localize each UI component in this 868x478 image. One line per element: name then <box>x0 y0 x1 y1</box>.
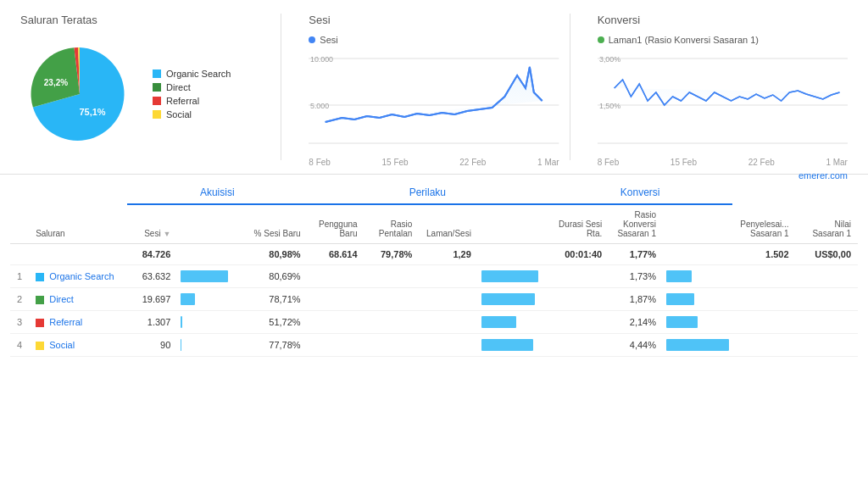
sesi-chart: 10.000 5.000 8 Feb 15 Feb 22 Feb 1 Mar <box>309 50 559 160</box>
row3-laman-bar-fill <box>481 316 516 328</box>
group-konversi-header: Konversi <box>548 185 732 204</box>
konversi-dot <box>598 36 604 43</box>
summary-rasio-konv: 1,77% <box>609 244 663 265</box>
row3-konv-bar <box>663 311 732 334</box>
row3-rasio-konv: 2,14% <box>609 311 663 334</box>
svg-text:5.000: 5.000 <box>310 102 329 110</box>
table-row: 3 Referral 1.307 51,72% 2,14% <box>10 311 858 334</box>
row4-link[interactable]: Social <box>49 340 75 350</box>
pie-chart: 75,1% 23,2% <box>20 35 139 153</box>
konversi-dot-label: Laman1 (Rasio Konversi Sasaran 1) <box>598 35 848 45</box>
row3-konv-bar-fill <box>666 316 698 328</box>
row2-laman-bar-fill <box>481 293 535 305</box>
row1-laman <box>419 265 478 288</box>
legend-social-label: Social <box>166 109 192 119</box>
row2-rank: 2 <box>10 288 29 311</box>
table-row: 1 Organic Search 63.632 80,69% 1,73% <box>10 265 858 288</box>
row4-laman-bar-fill <box>481 339 533 351</box>
th-rasio-konv: RasioKonversiSasaran 1 <box>609 204 663 244</box>
row4-konv-bar-fill <box>666 339 729 351</box>
group-perilaku-header: Perilaku <box>308 185 548 204</box>
row4-sesi-bar-fill <box>181 339 181 351</box>
konversi-chart: 3,00% 1,50% 8 Feb 15 Feb 22 Feb 1 Mar em… <box>598 50 848 160</box>
watermark: emerer.com <box>598 167 848 184</box>
x-label-3: 22 Feb <box>459 158 486 167</box>
row1-sesi-bar <box>177 265 247 288</box>
th-laman-bar <box>478 204 548 244</box>
summary-label <box>29 244 127 265</box>
konversi-x-axis: 8 Feb 15 Feb 22 Feb 1 Mar <box>598 158 848 167</box>
summary-laman: 1,29 <box>419 244 478 265</box>
row3-durasi <box>548 311 609 334</box>
row2-laman-bar <box>478 288 548 311</box>
row1-rasio-konv: 1,73% <box>609 265 663 288</box>
row1-color-dot <box>36 273 44 281</box>
row4-laman-bar <box>478 334 548 357</box>
row2-penyelesaian <box>732 288 795 311</box>
row1-laman-bar <box>478 265 548 288</box>
legend-organic-label: Organic Search <box>166 69 231 79</box>
row1-link[interactable]: Organic Search <box>49 271 114 281</box>
legend-direct: Direct <box>153 82 231 92</box>
row4-laman <box>419 334 478 357</box>
row2-link[interactable]: Direct <box>49 294 74 304</box>
konversi-label-text: Laman1 (Rasio Konversi Sasaran 1) <box>609 35 759 45</box>
row4-pengguna <box>308 334 364 357</box>
sort-sesi[interactable]: ▼ <box>163 230 170 238</box>
legend-social: Social <box>153 109 231 119</box>
row1-sesi: 63.632 <box>127 265 177 288</box>
th-durasi: Durasi SesiRta. <box>548 204 609 244</box>
row1-laman-bar-fill <box>481 270 538 282</box>
th-nilai: NilaiSasaran 1 <box>796 204 858 244</box>
summary-nilai: US$0,00 <box>796 244 858 265</box>
row3-link[interactable]: Referral <box>49 317 82 327</box>
row3-label: Referral <box>29 311 127 334</box>
legend-referral-label: Referral <box>166 96 199 106</box>
top-section: Saluran Teratas <box>0 0 868 175</box>
summary-sesi-bar <box>177 244 247 265</box>
summary-pct: 80,98% <box>248 244 308 265</box>
legend-referral: Referral <box>153 96 231 106</box>
svg-text:75,1%: 75,1% <box>79 107 105 117</box>
data-table: Akuisisi Perilaku Konversi Saluran Sesi … <box>10 185 858 357</box>
legend-direct-label: Direct <box>166 82 191 92</box>
row1-pct: 80,69% <box>248 265 308 288</box>
row2-color-dot <box>36 296 44 304</box>
sesi-x-axis: 8 Feb 15 Feb 22 Feb 1 Mar <box>309 158 559 167</box>
row4-color-dot <box>36 342 44 350</box>
row2-konv-bar <box>663 288 732 311</box>
table-row: 2 Direct 19.697 78,71% 1,87% <box>10 288 858 311</box>
summary-penyelesaian: 1.502 <box>732 244 795 265</box>
row2-nilai <box>796 288 858 311</box>
row2-durasi <box>548 288 609 311</box>
sesi-label-text: Sesi <box>320 35 337 45</box>
row1-pengguna <box>308 265 364 288</box>
summary-row: 84.726 80,98% 68.614 79,78% 1,29 00:01:4… <box>10 244 858 265</box>
legend-social-dot <box>153 110 161 119</box>
row3-laman-bar <box>478 311 548 334</box>
row4-rank: 4 <box>10 334 29 357</box>
k-x-label-2: 15 Feb <box>670 158 697 167</box>
row1-sesi-bar-fill <box>181 270 228 282</box>
row4-durasi <box>548 334 609 357</box>
th-rasio-konv-bar <box>663 204 732 244</box>
row2-sesi-bar <box>177 288 247 311</box>
row4-konv-bar <box>663 334 732 357</box>
legend-direct-dot <box>153 83 161 92</box>
row2-konv-bar-fill <box>666 293 694 305</box>
legend-organic: Organic Search <box>153 69 231 79</box>
panel-sesi-title: Sesi <box>309 14 559 26</box>
row2-pct: 78,71% <box>248 288 308 311</box>
th-pct-baru: % Sesi Baru <box>248 204 308 244</box>
pie-panel: 75,1% 23,2% Organic Search Direct Referr… <box>20 35 270 153</box>
svg-text:10.000: 10.000 <box>310 55 333 64</box>
summary-rasio-konv-bar <box>663 244 732 265</box>
summary-sesi: 84.726 <box>127 244 177 265</box>
row3-pengguna <box>308 311 364 334</box>
row2-sesi-bar-fill <box>181 293 195 305</box>
row3-rasio <box>364 311 420 334</box>
row4-pct: 77,78% <box>248 334 308 357</box>
row3-laman <box>419 311 478 334</box>
summary-rasio: 79,78% <box>364 244 420 265</box>
row2-rasio <box>364 288 420 311</box>
